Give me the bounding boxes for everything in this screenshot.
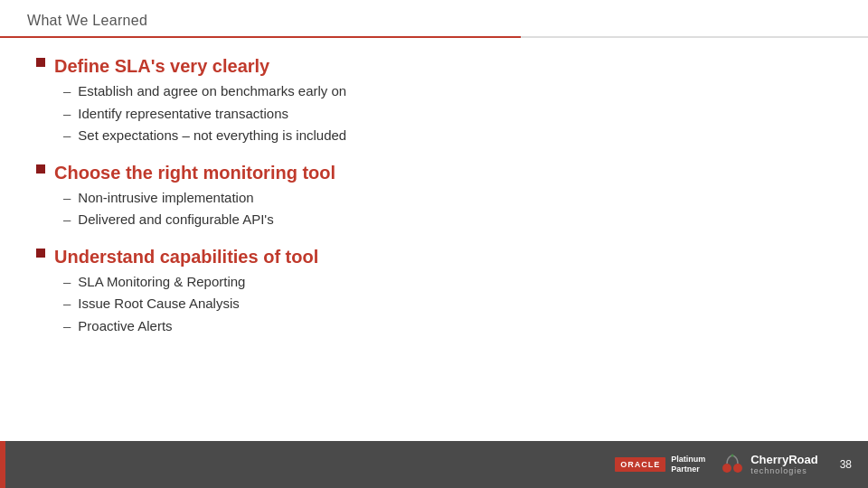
sub-bullet-cap-1-text: SLA Monitoring & Reporting — [78, 272, 245, 293]
oracle-partner-text: Platinum Partner — [671, 455, 705, 474]
oracle-partner-line2: Partner — [671, 465, 705, 474]
header: What We Learned — [0, 0, 868, 36]
footer-accent — [0, 441, 5, 488]
main-bullet-monitoring-text: Choose the right monitoring tool — [54, 161, 335, 184]
sub-bullet-sla-3: – Set expectations – not everything is i… — [63, 126, 832, 146]
section-capabilities: Understand capabilities of tool – SLA Mo… — [36, 245, 832, 343]
cherryroad-sub: technologies — [750, 466, 817, 475]
section-sla: Define SLA's very clearly – Establish an… — [36, 54, 832, 152]
bullet-square-sla — [36, 58, 45, 67]
dash-cap-2: – — [63, 294, 71, 314]
cherryroad-logo: CherryRoad technologies — [720, 452, 817, 477]
main-bullet-sla: Define SLA's very clearly — [36, 54, 832, 78]
svg-point-2 — [731, 455, 734, 457]
sub-bullet-cap-3-text: Proactive Alerts — [78, 316, 172, 337]
sub-bullet-sla-1: – Establish and agree on benchmarks earl… — [63, 81, 832, 102]
dash-sla-3: – — [63, 126, 71, 146]
sub-bullet-cap-3: – Proactive Alerts — [63, 316, 832, 337]
sub-bullet-sla-3-text: Set expectations – not everything is inc… — [78, 126, 346, 146]
sub-bullet-cap-1: – SLA Monitoring & Reporting — [63, 272, 832, 293]
cherry-icon — [720, 452, 745, 477]
sub-bullet-cap-2-text: Issue Root Cause Analysis — [78, 294, 239, 314]
sub-bullet-sla-1-text: Establish and agree on benchmarks early … — [78, 81, 346, 102]
oracle-badge: ORACLE — [615, 457, 665, 472]
svg-point-1 — [733, 464, 742, 473]
dash-sla-2: – — [63, 104, 71, 125]
slide: What We Learned Define SLA's very clearl… — [0, 0, 868, 488]
sub-bullet-mon-2-text: Delivered and configurable API's — [78, 210, 273, 230]
main-bullet-capabilities: Understand capabilities of tool — [36, 245, 832, 268]
dash-sla-1: – — [63, 81, 71, 102]
oracle-logo: ORACLE Platinum Partner — [615, 455, 705, 474]
dash-mon-1: – — [63, 188, 71, 209]
footer: ORACLE Platinum Partner CherryRoad techn… — [0, 441, 868, 488]
main-bullet-sla-text: Define SLA's very clearly — [54, 54, 269, 78]
bullet-square-monitoring — [36, 164, 45, 174]
main-bullet-capabilities-text: Understand capabilities of tool — [54, 245, 318, 268]
sub-bullet-sla-2: – Identify representative transactions — [63, 104, 832, 125]
bullet-square-capabilities — [36, 249, 45, 258]
main-bullet-monitoring: Choose the right monitoring tool — [36, 161, 832, 184]
sub-bullet-mon-1-text: Non-intrusive implementation — [78, 188, 253, 209]
dash-cap-1: – — [63, 272, 71, 293]
sub-bullet-cap-2: – Issue Root Cause Analysis — [63, 294, 832, 314]
sub-bullets-sla: – Establish and agree on benchmarks earl… — [63, 81, 832, 146]
slide-title: What We Learned — [27, 13, 841, 29]
sub-bullet-mon-1: – Non-intrusive implementation — [63, 188, 832, 209]
page-number: 38 — [840, 458, 852, 471]
sub-bullet-sla-2-text: Identify representative transactions — [78, 104, 288, 125]
sub-bullets-capabilities: – SLA Monitoring & Reporting – Issue Roo… — [63, 272, 832, 337]
cherryroad-name-block: CherryRoad technologies — [750, 454, 817, 475]
dash-mon-2: – — [63, 210, 71, 230]
dash-cap-3: – — [63, 316, 71, 337]
cherryroad-name: CherryRoad — [750, 454, 817, 466]
sub-bullets-monitoring: – Non-intrusive implementation – Deliver… — [63, 188, 832, 230]
oracle-partner-line1: Platinum — [671, 455, 705, 465]
svg-point-0 — [722, 464, 731, 473]
sub-bullet-mon-2: – Delivered and configurable API's — [63, 210, 832, 230]
section-monitoring: Choose the right monitoring tool – Non-i… — [36, 161, 832, 236]
content-area: Define SLA's very clearly – Establish an… — [0, 38, 868, 441]
